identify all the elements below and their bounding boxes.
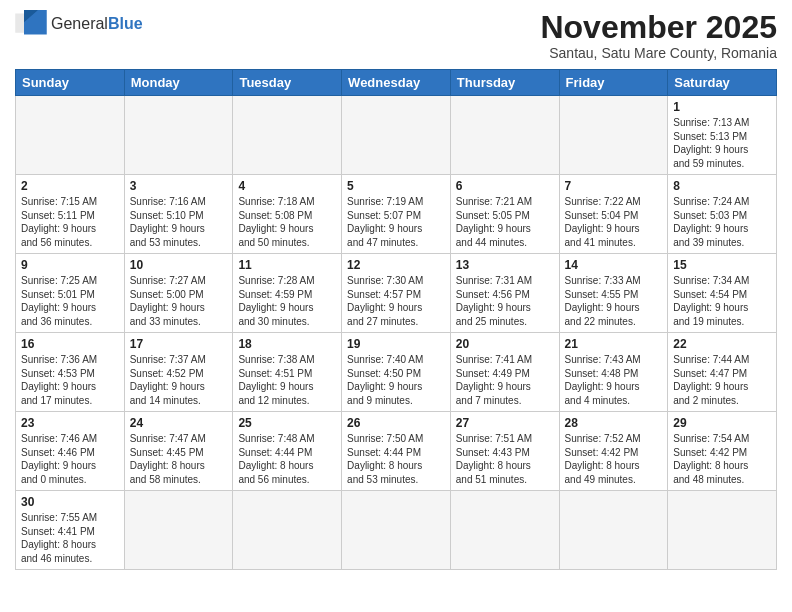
calendar-week-row: 30Sunrise: 7:55 AM Sunset: 4:41 PM Dayli… xyxy=(16,491,777,570)
day-number: 15 xyxy=(673,258,771,272)
day-info: Sunrise: 7:36 AM Sunset: 4:53 PM Dayligh… xyxy=(21,353,119,407)
day-info: Sunrise: 7:50 AM Sunset: 4:44 PM Dayligh… xyxy=(347,432,445,486)
day-info: Sunrise: 7:27 AM Sunset: 5:00 PM Dayligh… xyxy=(130,274,228,328)
day-info: Sunrise: 7:30 AM Sunset: 4:57 PM Dayligh… xyxy=(347,274,445,328)
calendar-title: November 2025 xyxy=(540,10,777,45)
calendar-day-cell: 23Sunrise: 7:46 AM Sunset: 4:46 PM Dayli… xyxy=(16,412,125,491)
day-number: 9 xyxy=(21,258,119,272)
day-number: 27 xyxy=(456,416,554,430)
calendar-day-cell: 8Sunrise: 7:24 AM Sunset: 5:03 PM Daylig… xyxy=(668,175,777,254)
day-info: Sunrise: 7:41 AM Sunset: 4:49 PM Dayligh… xyxy=(456,353,554,407)
calendar-day-cell xyxy=(559,491,668,570)
calendar-day-cell: 5Sunrise: 7:19 AM Sunset: 5:07 PM Daylig… xyxy=(342,175,451,254)
page: GeneralBlue November 2025 Santau, Satu M… xyxy=(0,0,792,612)
calendar-day-cell: 4Sunrise: 7:18 AM Sunset: 5:08 PM Daylig… xyxy=(233,175,342,254)
day-number: 19 xyxy=(347,337,445,351)
day-info: Sunrise: 7:47 AM Sunset: 4:45 PM Dayligh… xyxy=(130,432,228,486)
day-number: 30 xyxy=(21,495,119,509)
calendar-day-cell: 14Sunrise: 7:33 AM Sunset: 4:55 PM Dayli… xyxy=(559,254,668,333)
calendar-day-cell: 22Sunrise: 7:44 AM Sunset: 4:47 PM Dayli… xyxy=(668,333,777,412)
day-number: 1 xyxy=(673,100,771,114)
day-number: 20 xyxy=(456,337,554,351)
calendar-day-cell: 16Sunrise: 7:36 AM Sunset: 4:53 PM Dayli… xyxy=(16,333,125,412)
day-info: Sunrise: 7:52 AM Sunset: 4:42 PM Dayligh… xyxy=(565,432,663,486)
calendar-table: Sunday Monday Tuesday Wednesday Thursday… xyxy=(15,69,777,570)
header-monday: Monday xyxy=(124,70,233,96)
day-info: Sunrise: 7:21 AM Sunset: 5:05 PM Dayligh… xyxy=(456,195,554,249)
day-number: 18 xyxy=(238,337,336,351)
calendar-day-cell: 25Sunrise: 7:48 AM Sunset: 4:44 PM Dayli… xyxy=(233,412,342,491)
day-number: 14 xyxy=(565,258,663,272)
header-wednesday: Wednesday xyxy=(342,70,451,96)
calendar-day-cell xyxy=(233,96,342,175)
day-info: Sunrise: 7:43 AM Sunset: 4:48 PM Dayligh… xyxy=(565,353,663,407)
day-number: 17 xyxy=(130,337,228,351)
calendar-header-row: Sunday Monday Tuesday Wednesday Thursday… xyxy=(16,70,777,96)
logo: GeneralBlue xyxy=(15,10,143,38)
calendar-day-cell: 11Sunrise: 7:28 AM Sunset: 4:59 PM Dayli… xyxy=(233,254,342,333)
day-number: 22 xyxy=(673,337,771,351)
calendar-subtitle: Santau, Satu Mare County, Romania xyxy=(540,45,777,61)
calendar-day-cell: 1Sunrise: 7:13 AM Sunset: 5:13 PM Daylig… xyxy=(668,96,777,175)
day-info: Sunrise: 7:22 AM Sunset: 5:04 PM Dayligh… xyxy=(565,195,663,249)
calendar-day-cell: 21Sunrise: 7:43 AM Sunset: 4:48 PM Dayli… xyxy=(559,333,668,412)
day-number: 29 xyxy=(673,416,771,430)
day-number: 11 xyxy=(238,258,336,272)
day-info: Sunrise: 7:55 AM Sunset: 4:41 PM Dayligh… xyxy=(21,511,119,565)
calendar-day-cell xyxy=(559,96,668,175)
calendar-day-cell xyxy=(342,491,451,570)
calendar-week-row: 1Sunrise: 7:13 AM Sunset: 5:13 PM Daylig… xyxy=(16,96,777,175)
day-number: 6 xyxy=(456,179,554,193)
calendar-day-cell: 24Sunrise: 7:47 AM Sunset: 4:45 PM Dayli… xyxy=(124,412,233,491)
calendar-day-cell: 6Sunrise: 7:21 AM Sunset: 5:05 PM Daylig… xyxy=(450,175,559,254)
logo-text: GeneralBlue xyxy=(51,15,143,33)
day-info: Sunrise: 7:37 AM Sunset: 4:52 PM Dayligh… xyxy=(130,353,228,407)
calendar-day-cell xyxy=(450,96,559,175)
header-thursday: Thursday xyxy=(450,70,559,96)
day-info: Sunrise: 7:44 AM Sunset: 4:47 PM Dayligh… xyxy=(673,353,771,407)
calendar-week-row: 23Sunrise: 7:46 AM Sunset: 4:46 PM Dayli… xyxy=(16,412,777,491)
day-info: Sunrise: 7:28 AM Sunset: 4:59 PM Dayligh… xyxy=(238,274,336,328)
calendar-day-cell: 10Sunrise: 7:27 AM Sunset: 5:00 PM Dayli… xyxy=(124,254,233,333)
calendar-day-cell: 12Sunrise: 7:30 AM Sunset: 4:57 PM Dayli… xyxy=(342,254,451,333)
title-block: November 2025 Santau, Satu Mare County, … xyxy=(540,10,777,61)
day-info: Sunrise: 7:54 AM Sunset: 4:42 PM Dayligh… xyxy=(673,432,771,486)
day-number: 25 xyxy=(238,416,336,430)
calendar-day-cell xyxy=(668,491,777,570)
header-sunday: Sunday xyxy=(16,70,125,96)
day-number: 4 xyxy=(238,179,336,193)
calendar-day-cell xyxy=(16,96,125,175)
calendar-day-cell: 17Sunrise: 7:37 AM Sunset: 4:52 PM Dayli… xyxy=(124,333,233,412)
calendar-day-cell: 3Sunrise: 7:16 AM Sunset: 5:10 PM Daylig… xyxy=(124,175,233,254)
day-info: Sunrise: 7:31 AM Sunset: 4:56 PM Dayligh… xyxy=(456,274,554,328)
calendar-day-cell: 7Sunrise: 7:22 AM Sunset: 5:04 PM Daylig… xyxy=(559,175,668,254)
day-number: 12 xyxy=(347,258,445,272)
day-info: Sunrise: 7:18 AM Sunset: 5:08 PM Dayligh… xyxy=(238,195,336,249)
day-number: 13 xyxy=(456,258,554,272)
day-info: Sunrise: 7:38 AM Sunset: 4:51 PM Dayligh… xyxy=(238,353,336,407)
day-info: Sunrise: 7:24 AM Sunset: 5:03 PM Dayligh… xyxy=(673,195,771,249)
calendar-day-cell: 27Sunrise: 7:51 AM Sunset: 4:43 PM Dayli… xyxy=(450,412,559,491)
calendar-day-cell xyxy=(342,96,451,175)
day-info: Sunrise: 7:33 AM Sunset: 4:55 PM Dayligh… xyxy=(565,274,663,328)
calendar-day-cell: 30Sunrise: 7:55 AM Sunset: 4:41 PM Dayli… xyxy=(16,491,125,570)
calendar-day-cell: 2Sunrise: 7:15 AM Sunset: 5:11 PM Daylig… xyxy=(16,175,125,254)
calendar-day-cell: 15Sunrise: 7:34 AM Sunset: 4:54 PM Dayli… xyxy=(668,254,777,333)
calendar-week-row: 2Sunrise: 7:15 AM Sunset: 5:11 PM Daylig… xyxy=(16,175,777,254)
calendar-day-cell: 19Sunrise: 7:40 AM Sunset: 4:50 PM Dayli… xyxy=(342,333,451,412)
calendar-day-cell: 9Sunrise: 7:25 AM Sunset: 5:01 PM Daylig… xyxy=(16,254,125,333)
calendar-day-cell: 29Sunrise: 7:54 AM Sunset: 4:42 PM Dayli… xyxy=(668,412,777,491)
day-number: 21 xyxy=(565,337,663,351)
calendar-day-cell: 13Sunrise: 7:31 AM Sunset: 4:56 PM Dayli… xyxy=(450,254,559,333)
calendar-day-cell: 18Sunrise: 7:38 AM Sunset: 4:51 PM Dayli… xyxy=(233,333,342,412)
day-info: Sunrise: 7:51 AM Sunset: 4:43 PM Dayligh… xyxy=(456,432,554,486)
day-number: 8 xyxy=(673,179,771,193)
day-info: Sunrise: 7:34 AM Sunset: 4:54 PM Dayligh… xyxy=(673,274,771,328)
calendar-day-cell xyxy=(124,96,233,175)
calendar-week-row: 16Sunrise: 7:36 AM Sunset: 4:53 PM Dayli… xyxy=(16,333,777,412)
header-saturday: Saturday xyxy=(668,70,777,96)
day-info: Sunrise: 7:40 AM Sunset: 4:50 PM Dayligh… xyxy=(347,353,445,407)
calendar-day-cell: 20Sunrise: 7:41 AM Sunset: 4:49 PM Dayli… xyxy=(450,333,559,412)
day-number: 28 xyxy=(565,416,663,430)
header-tuesday: Tuesday xyxy=(233,70,342,96)
